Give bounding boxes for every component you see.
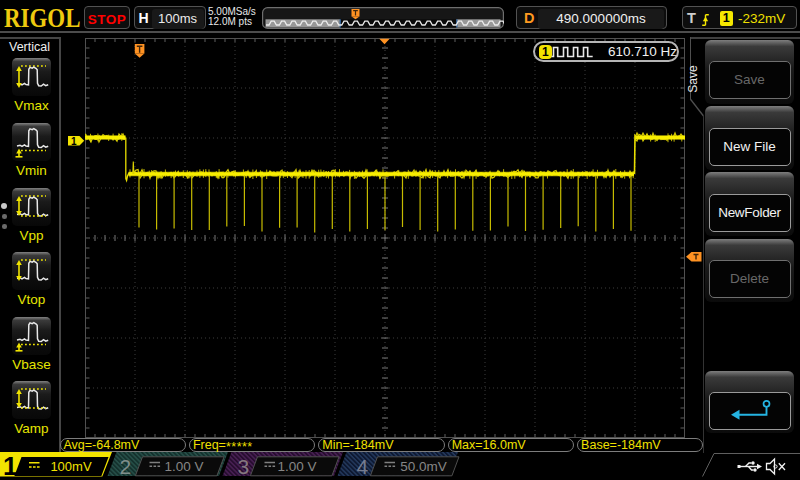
svg-text:2: 2	[119, 455, 131, 478]
svg-text:3: 3	[238, 455, 250, 478]
svg-text:1.00 V: 1.00 V	[164, 459, 203, 474]
svg-text:100mV: 100mV	[50, 459, 92, 474]
svg-text:1: 1	[3, 452, 17, 478]
svg-text:4: 4	[357, 455, 369, 478]
svg-text:50.0mV: 50.0mV	[400, 459, 447, 474]
svg-text:1.00 V: 1.00 V	[277, 459, 316, 474]
svg-text:1: 1	[71, 136, 77, 146]
svg-text:Save: Save	[686, 65, 700, 93]
